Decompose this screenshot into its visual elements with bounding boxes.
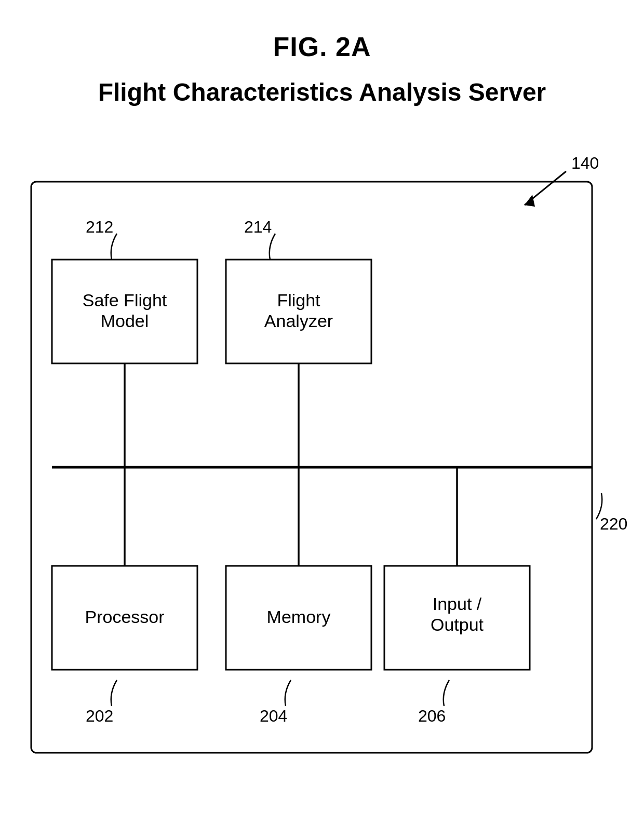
input-output-text-line1: Input / — [433, 594, 482, 614]
processor-text: Processor — [85, 607, 164, 627]
page: FIG. 2A Flight Characteristics Analysis … — [0, 0, 644, 813]
ref-140-label: 140 — [571, 154, 599, 172]
ref-214-label: 214 — [244, 218, 272, 236]
ref-206-label: 206 — [418, 707, 446, 725]
ref-202-label: 202 — [86, 707, 113, 725]
safe-flight-model-text-line1: Safe Flight — [83, 290, 167, 310]
ref-212-label: 212 — [86, 218, 113, 236]
flight-analyzer-text-line2: Analyzer — [264, 311, 333, 331]
memory-text: Memory — [267, 607, 331, 627]
diagram-subtitle: Flight Characteristics Analysis Server — [0, 62, 644, 106]
diagram-area: 140 212 Safe Flight Model 214 Flight Ana… — [0, 114, 644, 810]
safe-flight-model-text-line2: Model — [101, 311, 149, 331]
ref-220-label: 220 — [600, 514, 627, 533]
flight-analyzer-text-line1: Flight — [277, 290, 320, 310]
input-output-text-line2: Output — [431, 615, 484, 634]
figure-title: FIG. 2A — [0, 0, 644, 62]
ref-204-label: 204 — [260, 707, 287, 725]
svg-marker-1 — [525, 195, 535, 207]
